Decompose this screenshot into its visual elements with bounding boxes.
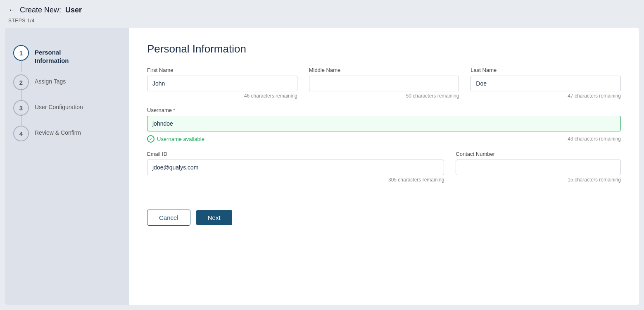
- username-available-badge: ✓ Username available: [147, 135, 204, 143]
- name-row: First Name 46 characters remaining Middl…: [147, 67, 621, 99]
- button-row: Cancel Next: [147, 210, 621, 226]
- sidebar-item-user-config[interactable]: 3 User Configuration: [13, 95, 121, 121]
- sidebar-item-label-2: Assign Tags: [35, 74, 66, 85]
- sidebar-item-personal-info[interactable]: 1 PersonalInformation: [13, 40, 121, 69]
- main-layout: 1 PersonalInformation 2 Assign Tags 3 Us…: [5, 28, 639, 305]
- sidebar-item-label-4: Review & Confirm: [35, 126, 81, 136]
- cancel-button[interactable]: Cancel: [147, 210, 190, 226]
- sidebar-item-label-3: User Configuration: [35, 100, 83, 111]
- header-title-prefix: Create New:: [20, 6, 61, 14]
- sidebar-item-assign-tags[interactable]: 2 Assign Tags: [13, 69, 121, 95]
- email-label: Email ID: [147, 151, 444, 157]
- page-header: ← Create New: User: [0, 0, 644, 17]
- first-name-input[interactable]: [147, 76, 297, 91]
- step-circle-1: 1: [13, 45, 29, 61]
- sidebar: 1 PersonalInformation 2 Assign Tags 3 Us…: [5, 28, 129, 305]
- divider: [147, 201, 621, 201]
- username-char-remaining: 43 characters remaining: [568, 136, 621, 142]
- first-name-char-remaining: 46 characters remaining: [147, 93, 297, 99]
- step-circle-4: 4: [13, 126, 29, 141]
- steps-indicator: STEPS 1/4: [0, 17, 644, 28]
- middle-name-char-remaining: 50 characters remaining: [309, 93, 459, 99]
- sidebar-item-review-confirm[interactable]: 4 Review & Confirm: [13, 121, 121, 146]
- middle-name-group: Middle Name 50 characters remaining: [309, 67, 459, 99]
- section-title: Personal Information: [147, 43, 621, 55]
- last-name-label: Last Name: [471, 67, 621, 73]
- step-circle-3: 3: [13, 100, 29, 116]
- email-input[interactable]: [147, 160, 444, 175]
- next-button[interactable]: Next: [196, 210, 232, 225]
- middle-name-input[interactable]: [309, 76, 459, 91]
- content-area: Personal Information First Name 46 chara…: [129, 28, 639, 305]
- contact-char-remaining: 15 characters remaining: [456, 177, 621, 183]
- username-available-text: Username available: [157, 136, 204, 142]
- header-title-bold: User: [65, 6, 82, 14]
- first-name-label: First Name: [147, 67, 297, 73]
- last-name-input[interactable]: [471, 76, 621, 91]
- check-circle-icon: ✓: [147, 135, 154, 143]
- email-contact-row: Email ID 305 characters remaining Contac…: [147, 151, 621, 183]
- username-label: Username*: [147, 107, 621, 113]
- last-name-group: Last Name 47 characters remaining: [471, 67, 621, 99]
- email-group: Email ID 305 characters remaining: [147, 151, 444, 183]
- contact-label: Contact Number: [456, 151, 621, 157]
- username-required: *: [173, 107, 175, 113]
- sidebar-item-label-1: PersonalInformation: [35, 45, 69, 64]
- last-name-char-remaining: 47 characters remaining: [471, 93, 621, 99]
- contact-input[interactable]: [456, 160, 621, 175]
- username-group: Username* ✓ Username available 43 charac…: [147, 107, 621, 143]
- contact-group: Contact Number 15 characters remaining: [456, 151, 621, 183]
- first-name-group: First Name 46 characters remaining: [147, 67, 297, 99]
- middle-name-label: Middle Name: [309, 67, 459, 73]
- step-circle-2: 2: [13, 74, 29, 90]
- back-arrow-icon[interactable]: ←: [8, 6, 16, 14]
- username-input[interactable]: [147, 116, 621, 131]
- username-footer: ✓ Username available 43 characters remai…: [147, 133, 621, 143]
- email-char-remaining: 305 characters remaining: [147, 177, 444, 183]
